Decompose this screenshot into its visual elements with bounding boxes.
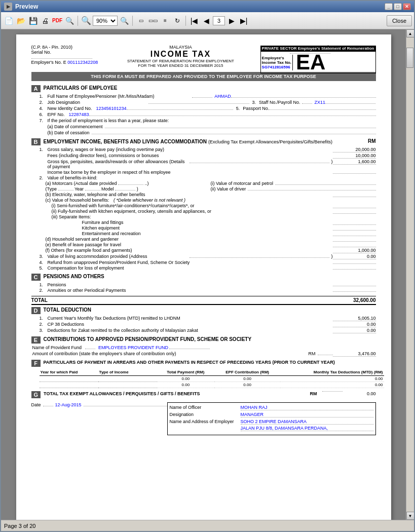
field-6-row: 6. EPF No. 12287483 — [31, 112, 376, 117]
minimize-button[interactable]: _ — [385, 3, 393, 10]
vertical-scrollbar[interactable]: ▲ ▼ — [406, 29, 414, 520]
field3-value: ZX11 — [314, 100, 325, 105]
view-single-button[interactable]: ▭ — [135, 15, 146, 26]
page-indicator: Page 3 of 20 — [4, 523, 35, 529]
scroll-track[interactable] — [406, 37, 414, 512]
b1b-amount: 10,000.00 — [333, 153, 376, 159]
window-title: Preview — [15, 3, 38, 10]
b5-row: 5. Compensation for loss of employment — [31, 265, 376, 271]
f-col4-header: EPF Contribution (RM) — [214, 369, 280, 376]
app-icon: ▶ — [4, 3, 12, 11]
b2c-iii-3-row: Entertainment and recreation — [31, 231, 376, 236]
last-page-button[interactable]: ▶| — [238, 15, 249, 26]
separator1 — [78, 16, 78, 26]
section-c-label: C — [31, 274, 41, 281]
first-page-button[interactable]: |◀ — [188, 15, 200, 26]
save-button[interactable]: 💾 — [27, 15, 39, 26]
section-c-title: PENSIONS AND OTHERS — [44, 274, 104, 279]
separator2 — [132, 16, 133, 26]
section-g: G TOTAL TAX EXEMPT ALLOWANCES / PERQUISI… — [31, 391, 376, 398]
f-col5-header: Monthly Tax Deductions (MTD) (RM) — [280, 369, 384, 376]
zoom-select[interactable]: 90% — [93, 16, 118, 26]
scroll-down-arrow[interactable]: ▼ — [406, 512, 414, 520]
f-row-2: 0.00 0.00 0.00 — [40, 382, 384, 388]
employee-tax-value: SG7412816596 — [262, 65, 290, 69]
section-a: A PARTICULARS OF EMPLOYEE 1. Full Name o… — [31, 85, 376, 135]
b1-amount: 20,000.00 — [333, 147, 376, 153]
content-area: PRIVATE SECTOR Employee's Statement of R… — [1, 29, 414, 520]
doc-title-center: MALAYSIA INCOME TAX STATEMENT OF REMUNER… — [106, 45, 255, 68]
b1d-row: Income tax borne by the employer in resp… — [31, 170, 376, 175]
print-button[interactable]: 🖨 — [40, 15, 51, 26]
next-page-button[interactable]: ▶ — [226, 15, 237, 26]
section-d: D TOTAL DEDUCTION 1. Current Year's Mont… — [31, 307, 376, 333]
g-amount: 0.00 — [346, 391, 376, 396]
section-g-label: G — [31, 391, 41, 398]
zoom-in-button[interactable]: 🔍 — [119, 15, 130, 26]
zoom-out-button[interactable]: 🔍 — [81, 15, 92, 26]
field-2-3-row: 2. Job Designation 3. Staff No./Payroll … — [31, 100, 376, 105]
e-fund-value: EMPLOYEES PROVIDENT FUND — [98, 345, 168, 350]
total-label: TOTAL — [31, 297, 48, 303]
cp-ref: (C.P. 8A - Pin. 2010) Serial No. Employe… — [31, 45, 106, 65]
signature-area: Date 12-Aug-2015 Name of Officer MOHAN R… — [31, 402, 376, 435]
d3-amount: 0.00 — [333, 328, 376, 333]
scroll-up-arrow[interactable]: ▲ — [406, 29, 414, 37]
date-value: 12-Aug-2015 — [55, 402, 82, 407]
section-d-label: D — [31, 307, 41, 314]
section-a-header: A PARTICULARS OF EMPLOYEE — [31, 85, 376, 92]
c1-row: 1. Pensions — [31, 282, 376, 287]
prev-page-button[interactable]: ◀ — [201, 15, 212, 26]
b2c-iii-2-row: Kitchen equipment — [31, 225, 376, 231]
b2c-iii-1-row: Furniture and fittings — [31, 220, 376, 225]
c2-row: 2. Annuities or other Periodical Payment… — [31, 288, 376, 293]
b2f-amount: 1,000.00 — [333, 248, 376, 253]
section-e-title: CONTRIBUTIONS TO APPROVED PENSION/PROVID… — [44, 336, 252, 342]
address-value1: SOHO 2 EMPIRE DAMANSARA — [241, 419, 373, 425]
b4-row: 4. Refund from unapproved Pension/Provid… — [31, 260, 376, 265]
pdf-button[interactable]: PDF — [52, 15, 63, 26]
section-b: B EMPLOYMENT INCOME, BENEFITS AND LIVING… — [31, 138, 376, 271]
ea-badge: PRIVATE SECTOR Employee's Statement of R… — [260, 46, 376, 73]
close-preview-button[interactable]: Close — [387, 15, 412, 26]
zoom-group: 🔍 90% 🔍 — [81, 15, 130, 26]
view-continuous-button[interactable]: ≡ — [160, 15, 171, 26]
scroll-thumb[interactable] — [406, 48, 413, 68]
officer-row: Name of Officer MOHAN RAJ — [170, 405, 373, 410]
f-row-1: 0.00 0.00 0.00 — [40, 376, 384, 382]
section-f-header: F PARTICULARS OF PAYMENT IN ARREARS AND … — [31, 360, 376, 367]
view-double-button[interactable]: ▭▭ — [147, 15, 159, 26]
section-e-label: E — [31, 336, 41, 344]
page-number-input[interactable]: 3 — [213, 16, 225, 25]
rotate-button[interactable]: ↻ — [172, 15, 183, 26]
new-button[interactable]: 📄 — [3, 15, 14, 26]
b2c-iii-label-row: (iii) Separate Items: — [31, 214, 376, 219]
b2c-ii-row: (ii) Fully-furnished with kitchen equipm… — [31, 209, 376, 214]
field4-value: 123456101234 — [96, 106, 127, 111]
designation-value: MANAGER — [241, 412, 373, 417]
document-page: PRIVATE SECTOR Employee's Statement of R… — [16, 34, 391, 520]
maximize-button[interactable]: □ — [394, 3, 402, 10]
e-amount-row: Amount of contribution (state the employ… — [31, 351, 376, 357]
search-button[interactable]: 🔍 — [64, 15, 75, 26]
scroll-area[interactable]: PRIVATE SECTOR Employee's Statement of R… — [1, 29, 406, 520]
navigation-group: |◀ ◀ 3 ▶ ▶| — [188, 15, 249, 26]
close-window-button[interactable]: ✕ — [403, 3, 411, 10]
field-1-row: 1. Full Name of Employee/Pensioner (Mr./… — [31, 94, 376, 99]
window-controls: _ □ ✕ — [385, 3, 411, 10]
f-col3-header: Total Payment (RM) — [157, 369, 214, 376]
address-value2: JALAN PJU 8/8, DAMANSARA PERDANA, — [241, 426, 373, 431]
sig-right: Name of Officer MOHAN RAJ Designation MA… — [167, 402, 376, 435]
section-a-title: PARTICULARS OF EMPLOYEE — [44, 85, 118, 91]
section-f-table: Year for which Paid Type of Income Total… — [40, 369, 384, 388]
f-col1-header: Year for which Paid — [40, 369, 98, 376]
b3-row: 3. Value of living accommodation provide… — [31, 254, 376, 259]
section-c: C PENSIONS AND OTHERS 1. Pensions 2. Ann… — [31, 274, 376, 293]
b3-amount: 0.00 — [333, 254, 376, 259]
open-button[interactable]: 📂 — [15, 15, 26, 26]
d1-amount: 5,005.10 — [333, 316, 376, 321]
sig-left: Date 12-Aug-2015 — [31, 402, 167, 435]
field1-value: AHMAD — [214, 94, 231, 99]
e-fund-row: Name of Provident Fund EMPLOYEES PROVIDE… — [31, 345, 376, 350]
b2d-row: (d) Household servant and gardener — [31, 237, 376, 242]
